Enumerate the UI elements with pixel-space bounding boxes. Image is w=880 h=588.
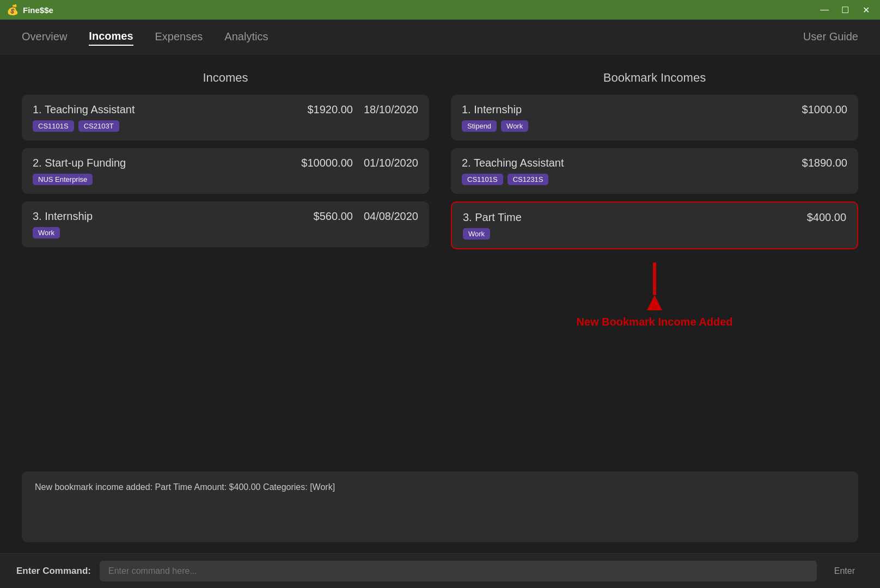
income-2-amount: $10000.00: [301, 157, 353, 169]
bookmark-header: Bookmark Incomes: [451, 71, 858, 85]
nav-incomes[interactable]: Incomes: [89, 28, 133, 46]
income-3-amount: $560.00: [314, 210, 353, 223]
enter-button[interactable]: Enter: [826, 562, 864, 580]
nav-bar: Overview Incomes Expenses Analytics User…: [0, 20, 880, 54]
bookmark-1-tags: Stipend Work: [462, 120, 847, 132]
income-3-date: 04/08/2020: [364, 210, 418, 223]
income-2-date: 01/10/2020: [364, 157, 418, 169]
income-2-title: 2. Start-up Funding: [33, 157, 126, 169]
income-item-2[interactable]: 2. Start-up Funding $10000.00 01/10/2020…: [22, 148, 429, 194]
income-3-tag-0: Work: [33, 227, 60, 238]
income-2-tag-0: NUS Enterprise: [33, 174, 93, 185]
income-1-tag-1: CS2103T: [78, 120, 119, 132]
bookmark-2-tag-0: CS1101S: [462, 174, 503, 185]
minimize-button[interactable]: —: [817, 2, 832, 17]
income-item-3[interactable]: 3. Internship $560.00 04/08/2020 Work: [22, 201, 429, 247]
bookmark-2-amount: $1890.00: [802, 157, 847, 169]
command-label: Enter Command:: [16, 566, 91, 577]
income-1-meta: $1920.00 18/10/2020: [307, 103, 418, 116]
bookmark-3-meta: $400.00: [807, 211, 846, 224]
bookmark-item-2-row: 2. Teaching Assistant $1890.00: [462, 157, 847, 169]
command-input[interactable]: [100, 561, 817, 581]
bookmark-2-meta: $1890.00: [802, 157, 847, 169]
user-guide-link[interactable]: User Guide: [803, 30, 858, 43]
app-icon: 💰: [7, 4, 19, 16]
income-1-title: 1. Teaching Assistant: [33, 103, 135, 116]
bookmark-column: Bookmark Incomes 1. Internship $1000.00 …: [451, 71, 858, 458]
income-3-tags: Work: [33, 227, 418, 238]
bookmark-item-1[interactable]: 1. Internship $1000.00 Stipend Work: [451, 95, 858, 140]
bookmark-item-3[interactable]: 3. Part Time $400.00 Work: [451, 201, 858, 249]
income-1-date: 18/10/2020: [364, 103, 418, 116]
nav-overview[interactable]: Overview: [22, 28, 67, 45]
bookmark-1-meta: $1000.00: [802, 103, 847, 116]
annotation-area: New Bookmark Income Added: [451, 262, 858, 328]
output-message: New bookmark income added: Part Time Amo…: [35, 482, 335, 492]
incomes-header: Incomes: [22, 71, 429, 85]
arrow-up-icon: [647, 295, 662, 310]
income-item-3-row: 3. Internship $560.00 04/08/2020: [33, 210, 418, 223]
bookmark-item-3-row: 3. Part Time $400.00: [463, 211, 846, 224]
bookmark-3-title: 3. Part Time: [463, 211, 522, 224]
bookmark-3-tags: Work: [463, 228, 846, 240]
bookmark-item-1-row: 1. Internship $1000.00: [462, 103, 847, 116]
bookmark-1-tag-1: Work: [501, 120, 528, 132]
columns: Incomes 1. Teaching Assistant $1920.00 1…: [22, 71, 858, 458]
nav-expenses[interactable]: Expenses: [155, 28, 203, 45]
bookmark-1-tag-0: Stipend: [462, 120, 497, 132]
bookmark-2-tag-1: CS1231S: [508, 174, 549, 185]
nav-analytics[interactable]: Analytics: [224, 28, 268, 45]
nav-left: Overview Incomes Expenses Analytics: [22, 28, 268, 46]
bookmark-item-2[interactable]: 2. Teaching Assistant $1890.00 CS1101S C…: [451, 148, 858, 194]
bookmark-2-tags: CS1101S CS1231S: [462, 174, 847, 185]
title-bar: 💰 Fine$$e — ☐ ✕: [0, 0, 880, 20]
command-bar: Enter Command: Enter: [0, 553, 880, 588]
main-content: Incomes 1. Teaching Assistant $1920.00 1…: [0, 54, 880, 553]
income-item-2-row: 2. Start-up Funding $10000.00 01/10/2020: [33, 157, 418, 169]
income-1-amount: $1920.00: [307, 103, 352, 116]
bookmark-3-tag-0: Work: [463, 228, 490, 240]
bookmark-3-amount: $400.00: [807, 211, 846, 224]
income-1-tag-0: CS1101S: [33, 120, 74, 132]
maximize-button[interactable]: ☐: [838, 2, 853, 17]
income-item-1-row: 1. Teaching Assistant $1920.00 18/10/202…: [33, 103, 418, 116]
app-title: Fine$$e: [23, 5, 53, 15]
title-bar-controls: — ☐ ✕: [817, 2, 873, 17]
income-item-1[interactable]: 1. Teaching Assistant $1920.00 18/10/202…: [22, 95, 429, 140]
close-button[interactable]: ✕: [858, 2, 873, 17]
income-1-tags: CS1101S CS2103T: [33, 120, 418, 132]
bookmark-1-amount: $1000.00: [802, 103, 847, 116]
income-3-meta: $560.00 04/08/2020: [314, 210, 418, 223]
arrow-shaft: [653, 262, 656, 295]
bookmark-2-title: 2. Teaching Assistant: [462, 157, 564, 169]
bookmark-1-title: 1. Internship: [462, 103, 522, 116]
title-bar-left: 💰 Fine$$e: [7, 4, 53, 16]
income-2-meta: $10000.00 01/10/2020: [301, 157, 418, 169]
income-3-title: 3. Internship: [33, 210, 93, 223]
annotation-text: New Bookmark Income Added: [576, 316, 732, 328]
income-2-tags: NUS Enterprise: [33, 174, 418, 185]
incomes-column: Incomes 1. Teaching Assistant $1920.00 1…: [22, 71, 429, 458]
output-box: New bookmark income added: Part Time Amo…: [22, 471, 858, 542]
